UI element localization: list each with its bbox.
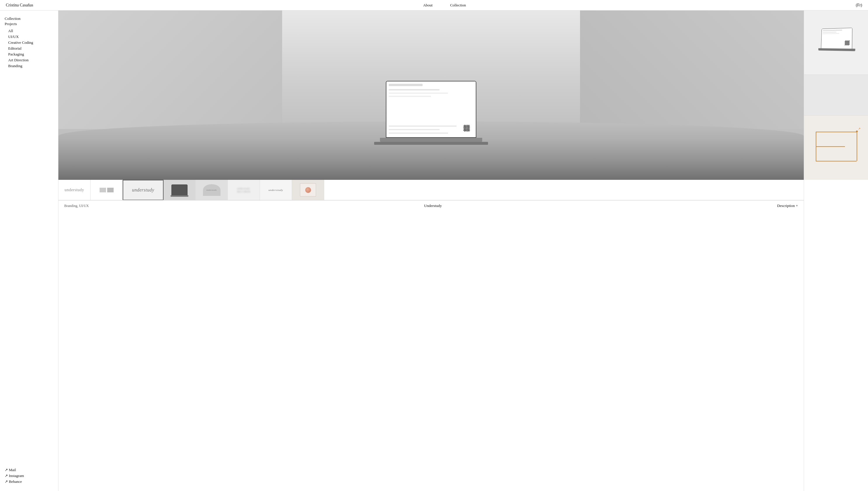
sidebar-item-all[interactable]: All [8, 29, 53, 33]
main-nav: About Collection [423, 3, 466, 8]
project-tags: Branding, UI/UX [64, 204, 89, 208]
instagram-link[interactable]: ↗ Instagram [5, 473, 53, 478]
sidebar-item-art-direction[interactable]: Art Direction [8, 58, 53, 62]
project-name: Understudy [424, 203, 442, 208]
hero-wall-right [580, 10, 804, 129]
orange-frame-diagram: ↗ [813, 129, 860, 167]
orange-arrow: ↗ [858, 127, 860, 130]
screen-bar-3 [389, 92, 448, 94]
hero-screen-content [386, 82, 476, 137]
thumb-5-cap: understudy [203, 184, 221, 196]
center-area: understudy understudy [58, 10, 804, 491]
description-button[interactable]: Description + [777, 203, 798, 208]
main-content: understudy understudy [58, 10, 868, 491]
mini-laptop-base [818, 48, 855, 51]
header: Cristina Casañas About Collection (Fr) [0, 0, 868, 10]
thumb-box-2 [107, 188, 114, 192]
screen-bar-7 [389, 133, 448, 134]
mini-screen-content [821, 28, 852, 49]
language-toggle[interactable]: (Fr) [856, 3, 862, 8]
screen-bar-4 [389, 96, 431, 97]
mail-link[interactable]: ↗ Mail [5, 468, 53, 472]
nav-about[interactable]: About [423, 3, 433, 8]
thumb-8-paper [300, 183, 316, 197]
orange-node [856, 131, 858, 132]
thumbnail-6[interactable]: understudyRECORDS [228, 180, 260, 200]
projects-label[interactable]: Projects [5, 22, 53, 26]
mini-screen [821, 27, 852, 49]
sidebar-item-creative-coding[interactable]: Creative Coding [8, 40, 53, 45]
hero-laptop-screen [386, 81, 476, 138]
orange-h2 [816, 146, 845, 147]
orange-h3 [816, 161, 857, 162]
hero-laptop-bezel [380, 138, 482, 142]
screen-bar-1 [389, 84, 423, 86]
thumb-4-laptop-icon [171, 184, 188, 196]
behance-link[interactable]: ↗ Behance [5, 479, 53, 484]
orange-v2 [857, 132, 857, 161]
right-thumb-top[interactable] [804, 10, 868, 75]
thumb-box-1 [100, 188, 106, 192]
thumbnail-7[interactable]: understudy [260, 180, 292, 200]
sidebar-nav: All UI/UX Creative Coding Editorial Pack… [5, 29, 53, 68]
orange-v1 [816, 132, 816, 161]
thumbnail-4[interactable] [164, 180, 196, 200]
sidebar-links: ↗ Mail ↗ Instagram ↗ Behance [5, 468, 53, 485]
screen-bar-2 [389, 89, 440, 90]
nav-collection[interactable]: Collection [450, 3, 466, 8]
right-thumb-bottom[interactable]: ↗ [804, 116, 868, 180]
thumb-7-label: understudy [269, 189, 283, 192]
thumbnail-strip: understudy understudy [58, 180, 804, 200]
footer-bar: Branding, UI/UX Understudy Description + [58, 200, 804, 211]
hero-wall-left [58, 10, 282, 129]
collection-label[interactable]: Collection [5, 16, 53, 21]
thumb-3-label: understudy [132, 187, 154, 193]
orange-h1 [816, 132, 857, 132]
mini-checkered-logo [845, 40, 849, 45]
layout: Collection Projects All UI/UX Creative C… [0, 10, 868, 491]
thumbnail-2[interactable] [90, 180, 123, 200]
thumb-2-boxes [100, 188, 114, 192]
hero-laptop-bottom [374, 142, 488, 145]
sidebar: Collection Projects All UI/UX Creative C… [0, 10, 58, 491]
thumb-6-label: understudyRECORDS [237, 187, 250, 193]
sidebar-top: Collection Projects All UI/UX Creative C… [5, 16, 53, 69]
screen-bar-6 [389, 129, 440, 130]
thumbnail-1[interactable]: understudy [58, 180, 90, 200]
right-gray-space [804, 75, 868, 116]
thumbnail-8[interactable] [292, 180, 324, 200]
thumb-1-label: understudy [64, 188, 84, 192]
site-name[interactable]: Cristina Casañas [6, 3, 33, 8]
screen-logo-checkered [464, 125, 470, 132]
right-panel: ↗ [804, 10, 868, 491]
thumbnail-5[interactable]: understudy [196, 180, 228, 200]
sidebar-item-branding[interactable]: Branding [8, 64, 53, 68]
sidebar-item-editorial[interactable]: Editorial [8, 46, 53, 51]
sidebar-item-packaging[interactable]: Packaging [8, 52, 53, 57]
thumbnail-3[interactable]: understudy [123, 180, 164, 200]
sidebar-item-ui-ux[interactable]: UI/UX [8, 34, 53, 39]
hero-laptop [370, 81, 493, 145]
mini-laptop-right [817, 27, 857, 58]
hero-image [58, 10, 804, 180]
screen-bar-5 [389, 125, 456, 127]
